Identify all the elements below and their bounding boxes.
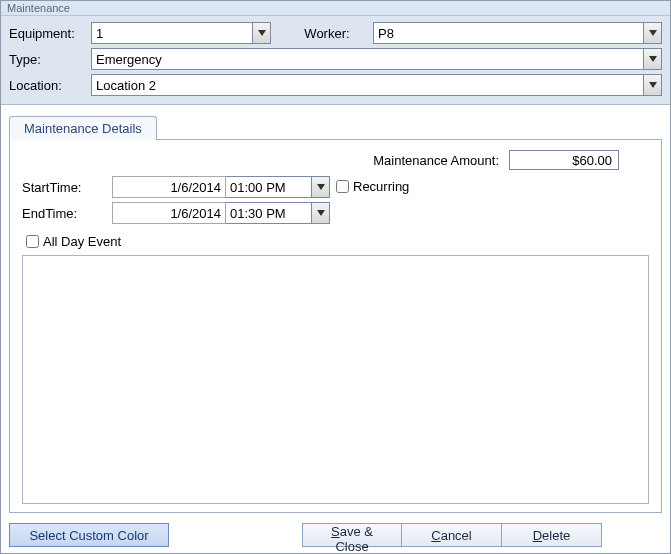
type-combo[interactable]	[91, 48, 662, 70]
location-combo[interactable]	[91, 74, 662, 96]
start-time-dropdown-button[interactable]	[311, 177, 329, 197]
type-input[interactable]	[92, 49, 643, 69]
save-and-close-button[interactable]: Save & Close	[302, 523, 402, 547]
start-date-value: 1/6/2014	[170, 180, 221, 195]
worker-combo[interactable]	[373, 22, 662, 44]
maintenance-window: Maintenance Equipment: Worker: Type:	[0, 0, 671, 554]
equipment-combo[interactable]	[91, 22, 271, 44]
delete-button[interactable]: Delete	[502, 523, 602, 547]
equipment-dropdown-button[interactable]	[252, 23, 270, 43]
location-label: Location:	[9, 78, 85, 93]
all-day-event-checkbox[interactable]: All Day Event	[26, 234, 649, 249]
select-custom-color-button[interactable]: Select Custom Color	[9, 523, 169, 547]
recurring-label: Recurring	[353, 179, 409, 194]
end-time-value: 01:30 PM	[226, 206, 311, 221]
recurring-checkbox[interactable]: Recurring	[336, 179, 409, 194]
chevron-down-icon	[258, 30, 266, 36]
start-time-value: 01:00 PM	[226, 180, 311, 195]
worker-input[interactable]	[374, 23, 643, 43]
details-panel: Maintenance Amount: StartTime: 1/6/2014 …	[9, 139, 662, 513]
window-title: Maintenance	[1, 1, 670, 16]
equipment-input[interactable]	[92, 23, 252, 43]
all-day-event-checkbox-input[interactable]	[26, 235, 39, 248]
start-date-field[interactable]: 1/6/2014	[112, 176, 226, 198]
equipment-label: Equipment:	[9, 26, 85, 41]
chevron-down-icon	[649, 56, 657, 62]
type-dropdown-button[interactable]	[643, 49, 661, 69]
location-input[interactable]	[92, 75, 643, 95]
end-date-field[interactable]: 1/6/2014	[112, 202, 226, 224]
end-time-label: EndTime:	[22, 206, 112, 221]
chevron-down-icon	[649, 82, 657, 88]
cancel-button[interactable]: Cancel	[402, 523, 502, 547]
chevron-down-icon	[317, 210, 325, 216]
chevron-down-icon	[317, 184, 325, 190]
maintenance-amount-label: Maintenance Amount:	[373, 153, 499, 168]
end-time-dropdown-button[interactable]	[311, 203, 329, 223]
type-label: Type:	[9, 52, 85, 67]
end-time-field[interactable]: 01:30 PM	[226, 202, 330, 224]
button-bar: Select Custom Color Save & Close Cancel …	[1, 519, 670, 553]
recurring-checkbox-input[interactable]	[336, 180, 349, 193]
start-time-field[interactable]: 01:00 PM	[226, 176, 330, 198]
maintenance-amount-input[interactable]	[509, 150, 619, 170]
tab-maintenance-details[interactable]: Maintenance Details	[9, 116, 157, 140]
chevron-down-icon	[649, 30, 657, 36]
header-form: Equipment: Worker: Type:	[1, 16, 670, 105]
end-date-value: 1/6/2014	[170, 206, 221, 221]
location-dropdown-button[interactable]	[643, 75, 661, 95]
notes-textarea[interactable]	[22, 255, 649, 504]
worker-label: Worker:	[277, 26, 367, 41]
start-time-label: StartTime:	[22, 180, 112, 195]
tabstrip: Maintenance Details	[9, 113, 670, 139]
worker-dropdown-button[interactable]	[643, 23, 661, 43]
all-day-event-label: All Day Event	[43, 234, 121, 249]
